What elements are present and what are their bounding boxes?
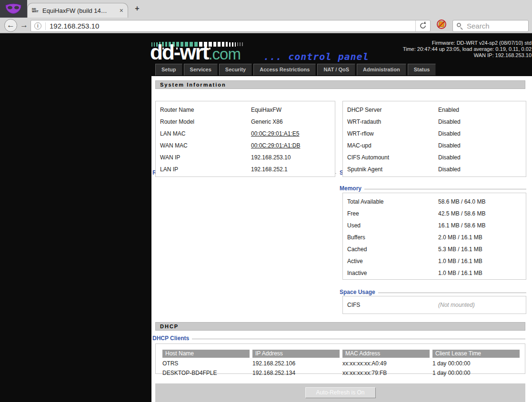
nav-tab-services[interactable]: Services (184, 64, 218, 76)
table-row: Sputnik Agent Disabled (343, 163, 526, 175)
table-row: WAN MAC 00:0C:29:01:A1:DB (156, 139, 335, 151)
page-footer: Auto-Refresh is On (155, 383, 525, 402)
nav-tab-security[interactable]: Security (219, 64, 252, 76)
table-row: Router Name EquiHaxFW (156, 104, 335, 116)
dhcp-clients-legend: DHCP Clients (152, 335, 525, 341)
table-row: WAN IP 192.168.253.10 (156, 151, 335, 163)
field-value: Disabled (438, 154, 461, 161)
dhcp-grid: Host Name IP Address MAC Address Client … (162, 350, 525, 377)
new-tab-button[interactable]: + (132, 4, 142, 15)
column-header: IP Address (252, 350, 340, 358)
nav-tab-nat-qos[interactable]: NAT / QoS (317, 64, 355, 76)
column-header: MAC Address (342, 350, 430, 358)
table-row: Cached 5.3 MB / 16.1 MB (343, 243, 526, 255)
column-header: Host Name (162, 350, 250, 358)
main-nav: Setup Services Security Access Restricti… (155, 64, 436, 76)
logo-tagline: ... control panel (263, 51, 369, 62)
table-row: WRT-radauth Disabled (343, 116, 526, 127)
legend-rule (192, 339, 525, 339)
field-label: WAN MAC (156, 142, 251, 149)
url-text[interactable]: 192.168.253.10 (50, 22, 99, 30)
search-placeholder: Search (467, 22, 490, 30)
browser-tab[interactable]: DD WRT EquiHaxFW (build 14… × (27, 3, 128, 18)
table-row: MAC-upd Disabled (343, 139, 526, 151)
router-table: Router Name EquiHaxFW Router Model Gener… (155, 101, 335, 177)
table-row: Free 42.5 MB / 58.6 MB (343, 207, 526, 219)
services-table: DHCP Server Enabled WRT-radauth Disabled… (342, 101, 526, 177)
field-value: Enabled (438, 107, 459, 113)
table-row: OTRS 192.168.252.106 xx:xx:xx:xx:A0:49 1… (162, 360, 525, 367)
field-value: 192.168.253.10 (251, 154, 291, 161)
field-value: Disabled (438, 118, 461, 125)
field-label: WRT-radauth (343, 118, 438, 125)
mac-address: xx:xx:xx:xx:79:FB (342, 369, 430, 377)
forward-button[interactable]: → (20, 20, 28, 30)
search-box[interactable]: Search (452, 20, 529, 32)
ddwrt-favicon-icon: DD WRT (32, 8, 40, 13)
table-row: Buffers 2.0 MB / 16.1 MB (343, 231, 526, 243)
field-value: 16.1 MB / 58.6 MB (438, 222, 485, 229)
table-header-row: Host Name IP Address MAC Address Client … (162, 350, 525, 358)
content-area: System Information Router Router Name Eq… (151, 76, 532, 402)
ip-address: 192.168.252.134 (252, 369, 340, 377)
browser-toolbar: ← → i 192.168.253.10 Search (0, 18, 532, 33)
nav-tab-administration[interactable]: Administration (357, 64, 406, 76)
field-label: Router Model (156, 118, 251, 125)
nav-tab-status[interactable]: Status (408, 64, 436, 76)
back-button[interactable]: ← (4, 19, 17, 32)
mask-icon (4, 3, 22, 17)
router-status-info: Firmware: DD-WRT v24-sp2 (08/07/10) std … (403, 40, 532, 59)
wan-mac-link[interactable]: 00:0C:29:01:A1:DB (251, 142, 300, 149)
mac-address: xx:xx:xx:xx:A0:49 (342, 360, 430, 367)
lease-time: 1 day 00:00:00 (432, 360, 520, 367)
field-label: CIFS (343, 302, 438, 308)
field-label: LAN IP (156, 166, 251, 173)
table-row: LAN IP 192.168.252.1 (156, 163, 335, 175)
table-row: Total Available 58.6 MB / 64.0 MB (343, 196, 526, 207)
close-icon[interactable]: × (120, 7, 123, 14)
lease-time: 1 day 00:00:00 (432, 369, 520, 377)
field-label: Active (343, 258, 438, 265)
lan-mac-link[interactable]: 00:0C:29:01:A1:E5 (251, 130, 299, 137)
space-usage-table: CIFS (Not mounted) (342, 296, 526, 314)
field-label: LAN MAC (156, 130, 251, 137)
field-label: Used (343, 222, 438, 229)
url-bar[interactable]: i 192.168.253.10 (30, 20, 431, 32)
field-value: Disabled (438, 130, 461, 137)
search-icon (456, 22, 464, 30)
nav-tab-setup[interactable]: Setup (155, 64, 182, 76)
field-label: Total Available (343, 198, 438, 205)
field-value: 1.0 MB / 16.1 MB (438, 258, 482, 265)
browser-tab-bar: DD WRT EquiHaxFW (build 14… × + (0, 0, 532, 18)
field-value: Disabled (438, 166, 461, 173)
table-row: Active 1.0 MB / 16.1 MB (343, 255, 526, 267)
field-value: Disabled (438, 142, 461, 149)
field-value: Generic X86 (251, 118, 283, 125)
table-row: Inactive 1.0 MB / 16.1 MB (343, 267, 526, 279)
memory-table: Total Available 58.6 MB / 64.0 MB Free 4… (342, 193, 526, 280)
auto-refresh-button[interactable]: Auto-Refresh is On (305, 387, 376, 398)
field-value: EquiHaxFW (251, 107, 281, 113)
field-label: Router Name (156, 107, 251, 113)
section-header-dhcp: DHCP (155, 322, 525, 331)
table-row: CIFS (Not mounted) (343, 299, 526, 311)
site-info-icon[interactable]: i (34, 22, 41, 29)
legend-rule (378, 293, 526, 293)
divider (45, 22, 46, 30)
wan-ip-line: WAN IP: 192.168.253.10 (403, 52, 532, 59)
nav-tab-access-restrictions[interactable]: Access Restrictions (253, 64, 316, 76)
table-row: CIFS Automount Disabled (343, 151, 526, 163)
table-row: DESKTOP-BD4FPLE 192.168.252.134 xx:xx:xx… (162, 369, 525, 377)
table-row: WRT-rflow Disabled (343, 127, 526, 139)
logo-text: dd-wrt (150, 40, 208, 64)
dhcp-clients-table: Host Name IP Address MAC Address Client … (155, 343, 525, 374)
reload-icon[interactable] (416, 20, 430, 31)
time-line: Time: 20:47:44 up 23:05, load average: 0… (403, 46, 532, 52)
screen: DD WRT EquiHaxFW (build 14… × + ← → i 19… (0, 0, 532, 402)
field-label: Cached (343, 246, 438, 253)
field-value: 42.5 MB / 58.6 MB (438, 210, 485, 217)
logo-suffix: .com (208, 45, 241, 63)
noscript-icon[interactable] (437, 20, 446, 29)
field-value: 1.0 MB / 16.1 MB (438, 270, 482, 276)
firmware-line: Firmware: DD-WRT v24-sp2 (08/07/10) std (403, 40, 532, 46)
